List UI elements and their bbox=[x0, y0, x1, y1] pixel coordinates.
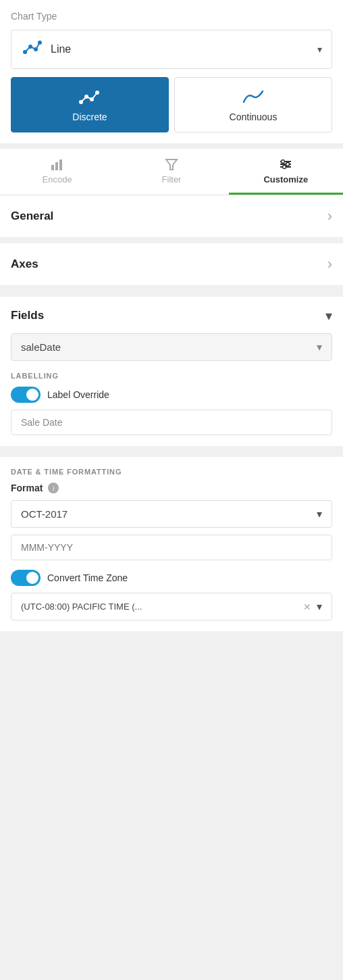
discrete-label: Discrete bbox=[72, 112, 107, 122]
continuous-label: Continuous bbox=[230, 112, 278, 122]
continuous-icon bbox=[241, 87, 265, 107]
fields-header: Fields ▾ bbox=[11, 308, 332, 324]
format-info-icon[interactable]: i bbox=[48, 483, 59, 493]
chart-type-chevron-icon: ▾ bbox=[317, 44, 322, 55]
timezone-dropdown[interactable]: (UTC-08:00) PACIFIC TIME (... ✕ ▾ bbox=[11, 593, 332, 620]
format-label-row: Format i bbox=[11, 483, 332, 493]
chart-type-buttons: Discrete Continuous bbox=[11, 77, 332, 132]
timezone-chevron-icon: ▾ bbox=[317, 600, 322, 613]
timezone-icons: ✕ ▾ bbox=[303, 600, 322, 613]
continuous-button[interactable]: Continuous bbox=[174, 77, 332, 132]
separator-3 bbox=[0, 446, 343, 451]
convert-timezone-toggle[interactable] bbox=[11, 570, 41, 586]
chart-type-value: Line bbox=[51, 43, 71, 55]
convert-timezone-row: Convert Time Zone bbox=[11, 570, 332, 586]
svg-rect-8 bbox=[51, 165, 54, 170]
chart-type-label: Chart Type bbox=[11, 11, 332, 22]
field-selector-dropdown[interactable]: saleDate ▾ bbox=[11, 333, 332, 361]
labelling-label: LABELLING bbox=[11, 372, 332, 380]
axes-section-row[interactable]: Axes › bbox=[0, 243, 343, 286]
line-chart-icon bbox=[21, 37, 43, 62]
general-section-row[interactable]: General › bbox=[0, 195, 343, 238]
separator-2 bbox=[0, 286, 343, 291]
chart-type-dropdown[interactable]: Line ▾ bbox=[11, 30, 332, 69]
label-override-label: Label Override bbox=[47, 389, 109, 400]
svg-point-17 bbox=[283, 166, 286, 169]
datetime-section: DATE & TIME FORMATTING Format i OCT-2017… bbox=[0, 457, 343, 631]
nav-tabs: Encode Filter Customize bbox=[0, 149, 343, 195]
discrete-icon bbox=[78, 87, 102, 107]
svg-point-15 bbox=[282, 160, 285, 164]
general-title: General bbox=[11, 210, 53, 223]
encode-icon bbox=[50, 157, 65, 172]
convert-timezone-label: Convert Time Zone bbox=[47, 572, 128, 583]
separator-1 bbox=[0, 238, 343, 243]
label-override-toggle[interactable] bbox=[11, 387, 41, 403]
timezone-value: (UTC-08:00) PACIFIC TIME (... bbox=[21, 602, 303, 612]
chart-type-section: Chart Type Line ▾ bbox=[0, 0, 343, 143]
fields-chevron-icon[interactable]: ▾ bbox=[325, 308, 332, 324]
format-label: Format bbox=[11, 483, 43, 493]
format-dropdown[interactable]: OCT-2017 ▾ bbox=[11, 500, 332, 528]
tab-customize[interactable]: Customize bbox=[229, 149, 343, 195]
field-selected-value: saleDate bbox=[21, 341, 61, 353]
tab-encode[interactable]: Encode bbox=[0, 149, 114, 195]
svg-marker-11 bbox=[166, 160, 177, 170]
filter-icon bbox=[164, 157, 179, 172]
tab-filter[interactable]: Filter bbox=[114, 149, 228, 195]
svg-rect-9 bbox=[55, 162, 58, 170]
format-dropdown-chevron-icon: ▾ bbox=[317, 508, 322, 520]
customize-icon bbox=[278, 157, 293, 172]
datetime-label: DATE & TIME FORMATTING bbox=[11, 468, 332, 476]
chart-type-dropdown-left: Line bbox=[21, 37, 71, 62]
fields-section: Fields ▾ saleDate ▾ LABELLING Label Over… bbox=[0, 297, 343, 446]
general-chevron-icon: › bbox=[327, 207, 332, 225]
discrete-button[interactable]: Discrete bbox=[11, 77, 169, 132]
format-custom-input[interactable] bbox=[11, 535, 332, 560]
field-chevron-icon: ▾ bbox=[317, 341, 322, 353]
timezone-clear-icon[interactable]: ✕ bbox=[303, 602, 311, 612]
format-dropdown-value: OCT-2017 bbox=[21, 508, 68, 520]
svg-rect-10 bbox=[59, 160, 62, 170]
axes-title: Axes bbox=[11, 258, 38, 271]
labelling-subsection: LABELLING Label Override bbox=[11, 372, 332, 435]
label-override-input[interactable] bbox=[11, 410, 332, 435]
axes-chevron-icon: › bbox=[327, 255, 332, 273]
svg-point-16 bbox=[286, 163, 290, 166]
fields-title: Fields bbox=[11, 309, 44, 322]
label-override-row: Label Override bbox=[11, 387, 332, 403]
